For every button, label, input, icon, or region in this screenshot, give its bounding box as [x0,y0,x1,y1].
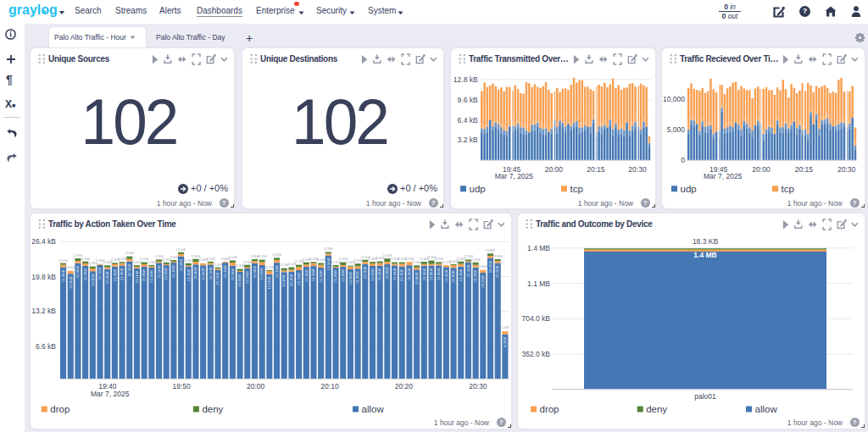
svg-text:20.9KiB: 20.9KiB [105,271,109,284]
svg-text:22.1KiB: 22.1KiB [223,265,227,278]
svg-text:22.0KiB: 22.0KiB [316,258,326,262]
svg-text:21.6KiB: 21.6KiB [412,261,421,264]
svg-text:20.9KiB: 20.9KiB [236,264,245,268]
svg-text:Mar 7, 2025: Mar 7, 2025 [91,390,130,398]
svg-text:22.0KiB: 22.0KiB [58,259,68,263]
svg-text:21.6KiB: 21.6KiB [407,268,411,280]
svg-text:20.8KiB: 20.8KiB [479,265,488,269]
svg-text:21.3KiB: 21.3KiB [61,269,65,282]
svg-text:22.4KiB: 22.4KiB [376,257,385,260]
svg-text:20.8KiB: 20.8KiB [415,272,419,285]
svg-text:21.6KiB: 21.6KiB [377,268,381,280]
svg-text:21.5KiB: 21.5KiB [370,269,375,281]
svg-text:21.9KiB: 21.9KiB [353,259,363,263]
svg-text:20.0KiB: 20.0KiB [69,276,73,289]
svg-text:21.3KiB: 21.3KiB [341,269,345,282]
svg-text:drop: drop [50,404,70,414]
svg-text:drop: drop [540,404,559,414]
svg-text:22.1KiB: 22.1KiB [157,265,161,278]
svg-text:allow: allow [755,404,778,414]
svg-text:19.9KiB: 19.9KiB [267,277,271,290]
svg-text:22.1KiB: 22.1KiB [495,265,499,278]
svg-text:6.6 kB: 6.6 kB [36,342,56,351]
svg-text:deny: deny [646,404,667,414]
svg-text:20:30: 20:30 [837,165,856,174]
svg-text:23.3KiB: 23.3KiB [125,252,135,255]
svg-text:21.4KiB: 21.4KiB [113,269,117,281]
svg-text:20.7KiB: 20.7KiB [265,266,275,269]
svg-text:21.7KiB: 21.7KiB [97,268,102,280]
svg-text:19:50: 19:50 [173,382,192,390]
svg-text:9.2KiB: 9.2KiB [501,326,509,330]
svg-text:tcp: tcp [782,184,794,194]
svg-text:21.1KiB: 21.1KiB [135,270,139,283]
svg-text:20:30: 20:30 [628,165,647,174]
svg-text:21.5KiB: 21.5KiB [422,268,426,280]
svg-text:22.9KiB: 22.9KiB [383,254,392,258]
svg-text:20:00: 20:00 [752,165,771,174]
svg-text:21.6KiB: 21.6KiB [201,268,205,280]
svg-text:20:30: 20:30 [469,382,487,390]
svg-text:21.2KiB: 21.2KiB [473,269,477,282]
svg-text:18.3 KB: 18.3 KB [693,237,719,246]
svg-text:21.4KiB: 21.4KiB [459,269,463,281]
svg-text:21.8KiB: 21.8KiB [385,267,389,280]
svg-text:20.7KiB: 20.7KiB [215,273,220,285]
svg-text:21.6KiB: 21.6KiB [120,268,124,280]
svg-text:6.4 kB: 6.4 kB [458,116,478,125]
svg-text:21.6KiB: 21.6KiB [259,268,264,280]
svg-text:22.8KiB: 22.8KiB [192,255,201,258]
svg-text:22.3KiB: 22.3KiB [127,263,131,276]
svg-text:23.0KiB: 23.0KiB [488,260,492,273]
svg-text:21.3KiB: 21.3KiB [444,269,448,282]
svg-text:20.6KiB: 20.6KiB [66,266,75,269]
svg-text:19.8 kB: 19.8 kB [31,273,56,281]
svg-text:23.3KiB: 23.3KiB [179,258,183,271]
svg-text:22.1KiB: 22.1KiB [275,265,279,278]
svg-text:1.4 MB: 1.4 MB [527,244,550,252]
svg-text:20.3KiB: 20.3KiB [281,274,286,287]
svg-text:22.0KiB: 22.0KiB [184,259,193,263]
svg-text:20.5KiB: 20.5KiB [91,274,95,286]
svg-text:13.2 kB: 13.2 kB [31,307,56,315]
svg-text:20:15: 20:15 [795,165,814,174]
svg-text:allow: allow [362,404,385,414]
svg-text:20:15: 20:15 [587,165,605,174]
svg-text:10,000: 10,000 [663,95,685,103]
svg-text:20.2KiB: 20.2KiB [481,275,485,288]
svg-text:tcp: tcp [570,184,583,194]
svg-text:20:20: 20:20 [395,382,414,390]
svg-text:9.6 kB: 9.6 kB [458,96,478,104]
svg-text:1.1 MB: 1.1 MB [527,280,550,288]
svg-text:23.0KiB: 23.0KiB [272,253,281,257]
svg-text:21.6KiB: 21.6KiB [132,261,142,264]
svg-text:21.7KiB: 21.7KiB [209,267,213,280]
svg-text:22.0KiB: 22.0KiB [253,265,257,278]
svg-text:22.8KiB: 22.8KiB [493,255,503,258]
svg-text:20:00: 20:00 [247,382,265,390]
svg-text:22.3KiB: 22.3KiB [405,258,415,261]
svg-text:0: 0 [681,156,685,164]
svg-text:22.3KiB: 22.3KiB [81,258,90,261]
svg-text:12.8 kB: 12.8 kB [453,75,478,84]
svg-text:21.5KiB: 21.5KiB [311,269,315,281]
svg-text:21.7KiB: 21.7KiB [243,261,253,264]
svg-text:23.8KiB: 23.8KiB [486,249,495,252]
svg-text:21.2KiB: 21.2KiB [149,270,153,283]
svg-text:20.7KiB: 20.7KiB [297,273,301,285]
svg-text:22.3KiB: 22.3KiB [118,258,127,261]
svg-text:3.2 kB: 3.2 kB [458,136,478,144]
svg-text:21.2KiB: 21.2KiB [214,263,223,267]
svg-text:22.5KiB: 22.5KiB [228,256,237,259]
svg-text:23.5KiB: 23.5KiB [326,258,331,270]
svg-text:deny: deny [202,404,223,414]
svg-text:22.7KiB: 22.7KiB [258,255,267,258]
svg-text:21.6KiB: 21.6KiB [429,268,433,280]
svg-text:21.6KiB: 21.6KiB [437,268,441,280]
svg-text:704.0 kB: 704.0 kB [521,314,550,323]
svg-text:21.8KiB: 21.8KiB [193,267,198,280]
svg-text:22.2KiB: 22.2KiB [466,264,470,277]
svg-text:21.6KiB: 21.6KiB [164,268,168,280]
svg-text:udp: udp [470,184,486,194]
svg-text:udp: udp [681,184,697,194]
